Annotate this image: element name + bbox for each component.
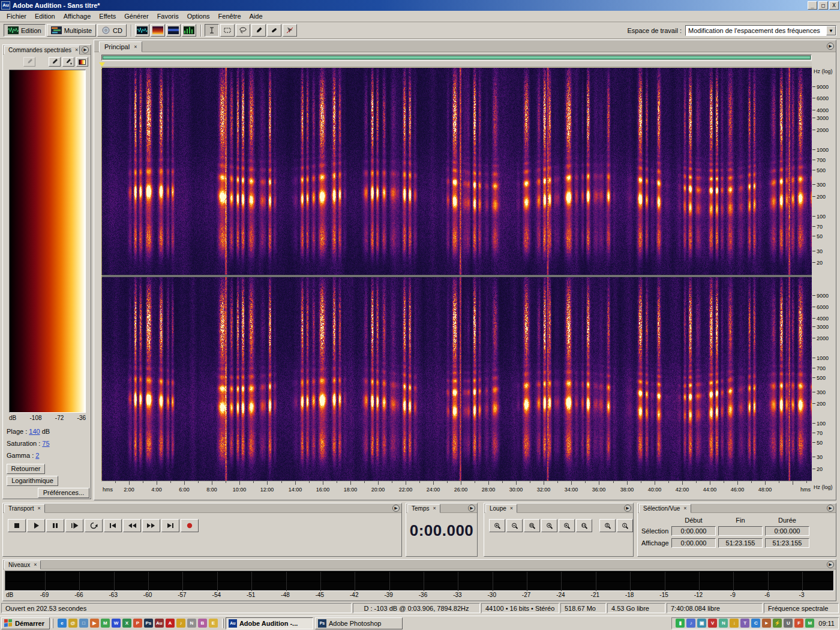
zoom-full-button[interactable]	[524, 519, 540, 532]
video-icon[interactable]: ►	[762, 619, 771, 628]
close-icon[interactable]: ×	[37, 506, 40, 511]
zoom-sel-left-button[interactable]	[541, 519, 557, 532]
outlook-icon[interactable]: @	[68, 619, 77, 628]
go-end-button[interactable]	[161, 519, 179, 532]
menu-aide[interactable]: Aide	[245, 11, 267, 21]
eyedropper-icon[interactable]	[49, 57, 61, 67]
media-player-icon[interactable]: ▶	[90, 619, 99, 628]
scheduler-icon[interactable]: T	[740, 619, 749, 628]
selection-start-field[interactable]: 0:00.000	[671, 526, 716, 536]
menu-favoris[interactable]: Favoris	[153, 11, 183, 21]
photoshop-icon[interactable]: Ps	[144, 619, 153, 628]
gamma-value[interactable]: 2	[35, 452, 39, 459]
update-icon[interactable]: ↓	[730, 619, 739, 628]
chevron-down-icon[interactable]: ▼	[826, 26, 836, 35]
logarithmic-button[interactable]: Logarithmique	[7, 476, 58, 486]
view-duration-field[interactable]: 51:23.155	[765, 538, 809, 548]
panel-menu-icon[interactable]: ▶	[827, 43, 834, 50]
spectral-panel-tab[interactable]: Commandes spectrales ×	[4, 46, 80, 55]
lasso-tool-button[interactable]	[236, 24, 250, 37]
panel-menu-icon[interactable]: ▶	[392, 505, 400, 512]
task-button-adobe-audition-[interactable]: AuAdobe Audition -...	[226, 617, 313, 629]
zoom-out-v-button[interactable]	[617, 519, 633, 532]
forward-button[interactable]	[142, 519, 160, 532]
ibeam-tool-button[interactable]	[205, 24, 219, 37]
zoom-navigator-track[interactable]	[101, 55, 812, 61]
zoom-sel-right-button[interactable]	[559, 519, 575, 532]
powerpoint-icon[interactable]: P	[133, 619, 142, 628]
playhead-line[interactable]	[101, 68, 102, 481]
zoom-in-h-button[interactable]	[489, 519, 505, 532]
messenger-tray-icon[interactable]: M	[805, 619, 814, 628]
cd-view-button[interactable]: CD	[97, 24, 127, 37]
paint-icon[interactable]: B	[198, 619, 207, 628]
display-icon[interactable]: ▣	[697, 619, 706, 628]
tab-principal[interactable]: Principal ×	[99, 41, 142, 52]
waveform-view-icon[interactable]	[135, 24, 149, 37]
view-end-field[interactable]: 51:23.155	[718, 538, 763, 548]
selection-end-field[interactable]	[718, 526, 763, 536]
time-panel-tab[interactable]: Temps ×	[407, 504, 440, 513]
panel-menu-icon[interactable]: ▶	[468, 505, 475, 512]
close-icon[interactable]: ×	[510, 506, 513, 511]
show-desktop-icon[interactable]: □	[79, 619, 88, 628]
panel-menu-icon[interactable]: ▶	[82, 46, 89, 53]
menu-effets[interactable]: Effets	[95, 11, 120, 21]
panel-menu-icon[interactable]: ▶	[827, 505, 834, 512]
levels-panel-tab[interactable]: Niveaux ×	[4, 560, 41, 569]
audition-icon[interactable]: Au	[155, 619, 164, 628]
zoom-sel-button[interactable]	[576, 519, 592, 532]
excel-icon[interactable]: X	[122, 619, 131, 628]
scrub-tool-button[interactable]	[283, 24, 297, 37]
close-button[interactable]: X	[829, 1, 839, 10]
gradient-swatch-icon[interactable]	[76, 57, 88, 67]
time-ruler[interactable]: hmshms2:004:006:008:0010:0012:0014:0016:…	[101, 481, 812, 493]
zoom-navigator-thumb[interactable]	[103, 56, 811, 59]
selection-duration-field[interactable]: 0:00.000	[765, 526, 809, 536]
edit-view-button[interactable]: Edition	[4, 24, 46, 37]
messenger-icon[interactable]: M	[101, 619, 110, 628]
notepad-icon[interactable]: N	[187, 619, 196, 628]
paintbrush-tool-button[interactable]	[251, 24, 266, 37]
close-icon[interactable]: ×	[433, 506, 436, 511]
volume-icon[interactable]: ♪	[686, 619, 695, 628]
spectral-palette-gradient[interactable]	[9, 70, 86, 413]
panel-menu-icon[interactable]: ▶	[624, 505, 631, 512]
zoom-out-h-button[interactable]	[506, 519, 523, 532]
minimize-button[interactable]: _	[808, 1, 817, 10]
level-meters[interactable]	[5, 571, 834, 591]
winamp-icon[interactable]: ♪	[176, 619, 185, 628]
menu-generer[interactable]: Générer	[120, 11, 152, 21]
pause-button[interactable]	[46, 519, 64, 532]
explorer-icon[interactable]: E	[209, 619, 218, 628]
spectral-phase-view-icon[interactable]	[182, 24, 196, 37]
start-button[interactable]: Démarrer	[1, 617, 50, 629]
panel-menu-icon[interactable]: ▶	[827, 561, 834, 568]
close-icon[interactable]: ×	[134, 44, 137, 50]
preferences-button[interactable]: Préférences...	[38, 488, 89, 498]
menu-fichier[interactable]: Fichier	[2, 11, 31, 21]
close-icon[interactable]: ×	[683, 506, 686, 511]
chat-icon[interactable]: C	[751, 619, 760, 628]
transport-panel-tab[interactable]: Transport ×	[4, 504, 45, 513]
word-icon[interactable]: W	[112, 619, 121, 628]
menu-edition[interactable]: Edition	[31, 11, 59, 21]
close-icon[interactable]: ×	[34, 562, 37, 568]
menu-fenetre[interactable]: Fenêtre	[214, 11, 245, 21]
zoom-panel-tab[interactable]: Loupe ×	[485, 504, 517, 513]
saturation-value[interactable]: 75	[42, 440, 49, 447]
acrobat-icon[interactable]: A	[166, 619, 175, 628]
power-icon[interactable]: ⚡	[773, 619, 782, 628]
record-button[interactable]	[181, 519, 199, 532]
healing-brush-tool-button[interactable]	[267, 24, 281, 37]
workspace-combobox[interactable]: Modification de l'espacement des fréquen…	[685, 25, 836, 36]
marquee-tool-button[interactable]	[220, 24, 235, 37]
playhead-handle-icon[interactable]	[99, 62, 105, 67]
internet-explorer-icon[interactable]: e	[58, 619, 67, 628]
usb-icon[interactable]: U	[784, 619, 793, 628]
close-icon[interactable]: ×	[75, 47, 78, 53]
go-start-button[interactable]	[104, 519, 122, 532]
play-from-cursor-button[interactable]	[65, 519, 83, 532]
task-button-adobe-photoshop[interactable]: PsAdobe Photoshop	[315, 617, 403, 629]
zoom-in-v-button[interactable]	[599, 519, 616, 532]
